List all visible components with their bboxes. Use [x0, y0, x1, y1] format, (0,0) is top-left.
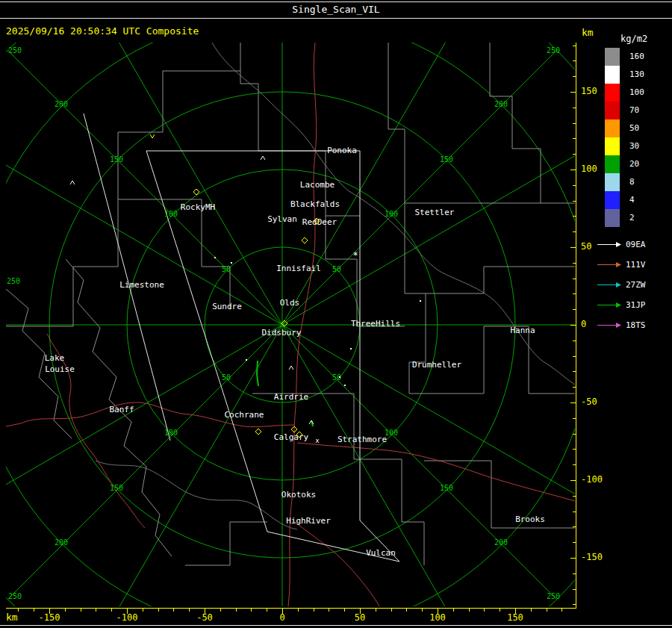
axis-tick	[453, 609, 454, 612]
marker-dot	[231, 262, 232, 264]
axis-tick	[189, 609, 190, 612]
axis-tick	[376, 609, 376, 612]
axis-tick	[49, 609, 50, 614]
track-entry: 31JP	[597, 295, 671, 315]
scale-swatch	[605, 66, 620, 84]
city-label: Louise	[45, 364, 75, 374]
axis-tick	[298, 609, 299, 612]
marker-dot	[339, 376, 340, 378]
axis-tick	[391, 609, 392, 612]
city-label: Okotoks	[281, 490, 316, 500]
scale-entry: 160	[605, 48, 671, 66]
range-label: 200	[55, 100, 68, 108]
titlebar-top-line	[0, 1, 672, 2]
axis-tick	[127, 609, 128, 614]
right-axis-line	[576, 43, 576, 609]
city-label: Banff	[109, 405, 134, 414]
track-id-label: 18TS	[626, 320, 646, 330]
city-label: Strathmore	[337, 435, 387, 444]
axis-tick	[111, 609, 112, 612]
city-label: Hanna	[510, 326, 535, 335]
city-label: Calgary	[274, 432, 309, 442]
scale-entry: 8	[605, 173, 671, 191]
scale-swatch	[605, 191, 620, 209]
city-label: Ponoka	[327, 146, 357, 155]
track-entry: 09EA	[597, 234, 671, 255]
scan-timestamp: 2025/09/16 20:50:34 UTC Composite	[6, 25, 199, 37]
right-axis-unit: km	[582, 27, 594, 38]
range-label: 150	[110, 155, 123, 164]
axis-tick	[314, 609, 314, 612]
axis-tick	[360, 609, 361, 614]
axis-tick	[143, 609, 143, 612]
axis-tick	[65, 609, 66, 612]
city-label: Lacombe	[300, 180, 335, 190]
axis-tick	[251, 609, 252, 612]
bottom-axis-tick-label: 150	[499, 612, 532, 623]
right-axis-tick-label: -100	[581, 474, 603, 485]
range-label: 200	[494, 538, 508, 547]
window-title: Single_Scan_VIL	[0, 4, 672, 15]
range-label: 100	[164, 429, 178, 437]
axis-tick	[158, 609, 159, 612]
city-label: Sylvan	[267, 214, 297, 224]
axis-tick	[205, 609, 205, 614]
axis-tick	[81, 609, 81, 612]
right-axis-tick-label: 150	[581, 86, 597, 96]
bottom-axis-line	[6, 608, 576, 609]
scale-entry: 100	[605, 84, 671, 102]
city-label: Olds	[280, 298, 300, 308]
range-label: 250	[7, 277, 20, 285]
scale-swatch	[605, 84, 620, 102]
bottom-axis-unit: km	[6, 612, 18, 623]
city-label: Blackfalds	[290, 199, 340, 209]
city-label: Brooks	[515, 514, 545, 524]
marker-dot	[214, 257, 216, 258]
city-marker-diamond	[255, 429, 261, 435]
bottom-axis-tick-label: -150	[33, 612, 66, 623]
scale-entry: 4	[605, 191, 671, 209]
axis-tick	[438, 609, 438, 614]
range-label: 50	[222, 265, 231, 273]
range-label: 200	[494, 100, 508, 108]
scale-value: 130	[629, 66, 644, 84]
range-label: 250	[547, 592, 560, 600]
right-axis-tick-label: 0	[581, 319, 586, 329]
scale-entry: 50	[605, 119, 671, 137]
axis-tick	[96, 609, 96, 612]
window-bottom-line	[0, 625, 672, 626]
track-arrow-icon	[597, 322, 622, 329]
scale-value: 2	[629, 209, 635, 227]
scale-value: 100	[629, 84, 644, 102]
city-label: Innisfail	[276, 264, 321, 273]
storm-track-legend: 09EA111V27ZW31JP18TS	[597, 234, 671, 335]
range-label: 200	[55, 538, 68, 547]
marker-caret	[70, 181, 75, 184]
range-label: 50	[332, 265, 341, 273]
marker-caret	[261, 156, 265, 160]
scale-value: 20	[629, 155, 639, 173]
radar-window: Single_Scan_VIL 2025/09/16 20:50:34 UTC …	[0, 0, 672, 628]
titlebar-bottom-line	[0, 18, 672, 19]
axis-tick	[282, 609, 283, 614]
map-canvas[interactable]: PonokaLacombeBlackfaldsSylvanRedDeerStet…	[6, 43, 575, 606]
river-lines	[96, 43, 575, 529]
axis-tick	[344, 609, 345, 612]
city-label: ThreeHills	[351, 319, 400, 329]
axis-tick	[531, 609, 532, 612]
radar-sector-outline	[84, 114, 399, 562]
marker-vee	[150, 134, 155, 138]
range-label: 250	[547, 46, 560, 55]
scale-value: 30	[629, 137, 639, 155]
axis-tick	[547, 609, 547, 612]
range-label: 250	[8, 46, 22, 55]
range-label: 50	[222, 373, 231, 382]
scale-entry: 20	[605, 155, 671, 173]
marker-dot	[344, 385, 346, 386]
scale-swatch	[605, 48, 620, 66]
city-label: Lake	[45, 353, 65, 363]
scale-swatch	[605, 155, 620, 173]
track-id-label: 111V	[626, 260, 646, 270]
axis-tick	[18, 609, 19, 612]
marker-dot	[420, 300, 421, 302]
